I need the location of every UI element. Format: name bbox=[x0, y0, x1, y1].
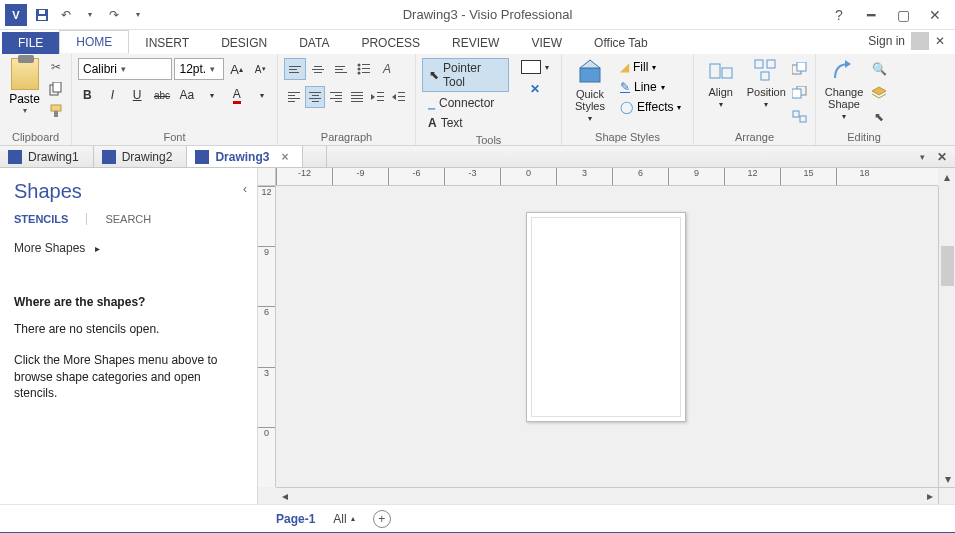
connection-point-tool[interactable]: ✕ bbox=[524, 80, 546, 98]
ribbon-group-editing: Change Shape▾ 🔍 ⬉ Editing bbox=[816, 54, 912, 145]
bold-button[interactable]: B bbox=[78, 84, 97, 106]
select-icon[interactable]: ⬉ bbox=[870, 108, 888, 126]
ruler-tick: 3 bbox=[258, 367, 275, 427]
drawing-canvas[interactable] bbox=[276, 186, 938, 487]
group-icon[interactable] bbox=[791, 108, 809, 126]
drawing-page[interactable] bbox=[526, 212, 686, 422]
font-color-dropdown[interactable]: ▾ bbox=[252, 84, 271, 106]
pointer-tool-button[interactable]: ⬉Pointer Tool bbox=[422, 58, 509, 92]
text-tool-button[interactable]: AText bbox=[422, 114, 509, 132]
tab-home[interactable]: HOME bbox=[59, 30, 129, 54]
align-right-button[interactable] bbox=[326, 86, 346, 108]
new-doctab-button[interactable] bbox=[303, 146, 327, 167]
ruler-horizontal[interactable]: -12 -9 -6 -3 0 3 6 9 12 15 18 bbox=[276, 168, 938, 186]
position-button[interactable]: Position▾ bbox=[746, 58, 788, 109]
sign-in-link[interactable]: Sign in ✕ bbox=[858, 28, 955, 54]
shrink-font-icon[interactable]: A▾ bbox=[249, 58, 271, 80]
add-page-button[interactable]: + bbox=[373, 510, 391, 528]
tab-office[interactable]: Office Tab bbox=[578, 32, 664, 54]
ruler-tick: 6 bbox=[612, 168, 668, 185]
format-painter-icon[interactable] bbox=[47, 102, 65, 120]
change-case-button[interactable]: Aa bbox=[178, 84, 197, 106]
justify-button[interactable] bbox=[347, 86, 367, 108]
help-icon[interactable]: ? bbox=[827, 3, 851, 27]
save-icon[interactable] bbox=[32, 5, 52, 25]
strike-button[interactable]: abc bbox=[153, 84, 172, 106]
align-button[interactable]: Align▾ bbox=[700, 58, 742, 109]
tab-review[interactable]: REVIEW bbox=[436, 32, 515, 54]
undo-icon[interactable]: ↶ bbox=[56, 5, 76, 25]
align-icon bbox=[708, 58, 734, 84]
scroll-left-icon[interactable]: ◂ bbox=[276, 488, 293, 505]
send-back-icon[interactable] bbox=[791, 84, 809, 102]
horizontal-scrollbar[interactable]: ◂ ▸ bbox=[276, 487, 938, 504]
align-bottom-button[interactable] bbox=[330, 58, 352, 80]
tab-data[interactable]: DATA bbox=[283, 32, 345, 54]
scroll-down-icon[interactable]: ▾ bbox=[939, 470, 955, 487]
italic-button[interactable]: I bbox=[103, 84, 122, 106]
search-tab[interactable]: SEARCH bbox=[105, 213, 151, 225]
minimize-icon[interactable]: ━ bbox=[859, 3, 883, 27]
scroll-right-icon[interactable]: ▸ bbox=[921, 488, 938, 505]
redo-icon[interactable]: ↷ bbox=[104, 5, 124, 25]
underline-button[interactable]: U bbox=[128, 84, 147, 106]
qat-customize-icon[interactable]: ▾ bbox=[128, 5, 148, 25]
align-middle-button[interactable] bbox=[307, 58, 329, 80]
line-button[interactable]: ✎Line▾ bbox=[616, 78, 685, 96]
effects-button[interactable]: ◯Effects▾ bbox=[616, 98, 685, 116]
grow-font-icon[interactable]: A▴ bbox=[226, 58, 248, 80]
undo-dropdown-icon[interactable]: ▾ bbox=[80, 5, 100, 25]
text-direction-button[interactable]: A bbox=[376, 58, 398, 80]
collapse-panel-icon[interactable]: ‹ bbox=[243, 182, 247, 196]
more-shapes-button[interactable]: More Shapes▸ bbox=[14, 241, 243, 255]
file-tab[interactable]: FILE bbox=[2, 32, 59, 54]
svg-rect-8 bbox=[362, 64, 370, 65]
fill-button[interactable]: ◢Fill▾ bbox=[616, 58, 685, 76]
close-icon[interactable]: ✕ bbox=[923, 3, 947, 27]
bullets-button[interactable] bbox=[353, 58, 375, 80]
scrollbar-thumb[interactable] bbox=[941, 246, 954, 286]
paste-button[interactable]: Paste ▾ bbox=[6, 58, 43, 115]
bring-front-icon[interactable] bbox=[791, 60, 809, 78]
doctab-drawing3[interactable]: Drawing3× bbox=[187, 146, 303, 167]
vertical-scrollbar[interactable]: ▾ bbox=[938, 186, 955, 487]
font-fill-dropdown[interactable]: ▾ bbox=[202, 84, 221, 106]
connector-tool-button[interactable]: ⎯Connector bbox=[422, 94, 509, 112]
stencils-tab[interactable]: STENCILS bbox=[14, 213, 87, 225]
align-left-button[interactable] bbox=[284, 86, 304, 108]
change-shape-button[interactable]: Change Shape▾ bbox=[822, 58, 866, 121]
indent-right-button[interactable] bbox=[389, 86, 409, 108]
doctab-drawing1[interactable]: Drawing1 bbox=[0, 146, 94, 167]
doctab-menu-icon[interactable]: ▾ bbox=[913, 148, 931, 166]
rectangle-icon bbox=[521, 60, 541, 74]
font-name-combo[interactable]: Calibri▾ bbox=[78, 58, 172, 80]
align-top-button[interactable] bbox=[284, 58, 306, 80]
svg-rect-15 bbox=[377, 100, 384, 101]
layers-icon[interactable] bbox=[870, 84, 888, 102]
page-tab[interactable]: Page-1 bbox=[276, 512, 315, 526]
align-center-button[interactable] bbox=[305, 86, 325, 108]
cut-icon[interactable]: ✂ bbox=[47, 58, 65, 76]
ruler-vertical[interactable]: 12 9 6 3 0 bbox=[258, 186, 276, 487]
font-color-button[interactable]: A bbox=[227, 84, 246, 106]
indent-left-button[interactable] bbox=[368, 86, 388, 108]
close-tab-icon[interactable]: × bbox=[281, 150, 288, 164]
shapes-title: Shapes bbox=[14, 180, 243, 203]
font-size-combo[interactable]: 12pt.▾ bbox=[174, 58, 223, 80]
close-pane-icon[interactable]: ✕ bbox=[935, 34, 945, 48]
tab-process[interactable]: PROCESS bbox=[345, 32, 436, 54]
tab-view[interactable]: VIEW bbox=[515, 32, 578, 54]
doctab-close-icon[interactable]: ✕ bbox=[933, 148, 951, 166]
rectangle-tool-button[interactable]: ▾ bbox=[515, 58, 555, 76]
find-icon[interactable]: 🔍 bbox=[870, 60, 888, 78]
tab-insert[interactable]: INSERT bbox=[129, 32, 205, 54]
tab-design[interactable]: DESIGN bbox=[205, 32, 283, 54]
shapestyles-group-label: Shape Styles bbox=[568, 129, 687, 143]
all-pages-button[interactable]: All▴ bbox=[333, 512, 354, 526]
doctab-drawing2[interactable]: Drawing2 bbox=[94, 146, 188, 167]
maximize-icon[interactable]: ▢ bbox=[891, 3, 915, 27]
scrollbar-track[interactable] bbox=[293, 488, 921, 505]
quick-styles-button[interactable]: Quick Styles▾ bbox=[568, 58, 612, 123]
copy-icon[interactable] bbox=[47, 80, 65, 98]
scroll-up-icon[interactable]: ▴ bbox=[938, 168, 955, 186]
